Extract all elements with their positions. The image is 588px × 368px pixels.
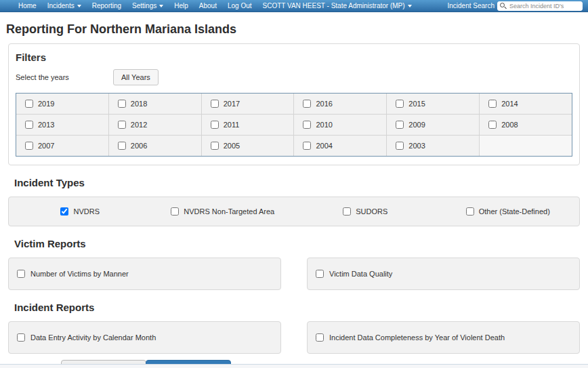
year-label: 2004 — [316, 142, 332, 150]
victim-report-label: Number of Victims by Manner — [30, 270, 129, 278]
year-option-2013[interactable]: 2013 — [16, 115, 108, 135]
year-label: 2008 — [501, 121, 518, 129]
year-label: 2016 — [316, 100, 332, 108]
victim-report-checkbox-number-of-victims-by-manner[interactable] — [17, 270, 25, 278]
incident-type-label: Other (State-Defined) — [479, 207, 550, 216]
year-label: 2015 — [408, 100, 425, 108]
year-checkbox-2003[interactable] — [396, 142, 404, 150]
incident-search-input[interactable] — [497, 1, 583, 11]
chevron-down-icon — [159, 5, 163, 7]
incident-type-checkbox-nvdrs[interactable] — [60, 207, 68, 216]
incident-type-nvdrs[interactable]: NVDRS — [9, 197, 152, 226]
filters-row: Select the years All Years — [16, 69, 572, 85]
select-years-label: Select the years — [16, 73, 113, 81]
incident-type-label: SUDORS — [356, 207, 387, 216]
year-checkbox-2015[interactable] — [396, 100, 404, 108]
victim-report-number-of-victims-by-manner[interactable]: Number of Victims by Manner — [8, 258, 281, 290]
year-checkbox-2009[interactable] — [396, 121, 404, 129]
chevron-down-icon — [77, 5, 81, 7]
incident-report-label: Incident Data Completeness by Year of Vi… — [329, 333, 505, 342]
year-label: 2011 — [224, 121, 240, 129]
year-option-2016[interactable]: 2016 — [294, 94, 386, 114]
year-label: 2014 — [501, 100, 518, 108]
victim-report-victim-data-quality[interactable]: Victim Data Quality — [307, 258, 580, 290]
year-cell-empty — [480, 136, 572, 156]
year-option-2019[interactable]: 2019 — [16, 94, 108, 114]
year-option-2010[interactable]: 2010 — [294, 115, 386, 135]
page-title: Reporting For Northern Mariana Islands — [6, 22, 588, 37]
incident-type-checkbox-other-state-defined[interactable] — [466, 207, 474, 216]
year-checkbox-2013[interactable] — [25, 121, 33, 129]
year-option-2005[interactable]: 2005 — [202, 136, 294, 156]
incident-type-label: NVDRS Non-Targeted Area — [184, 207, 274, 216]
incident-type-checkbox-sudors[interactable] — [343, 207, 351, 216]
incident-type-nvdrs-non-targeted-area[interactable]: NVDRS Non-Targeted Area — [152, 197, 295, 226]
year-checkbox-2010[interactable] — [303, 121, 311, 129]
incident-report-incident-data-completeness-by-year-of-violent-death[interactable]: Incident Data Completeness by Year of Vi… — [307, 321, 580, 354]
filters-panel: Filters Select the years All Years 20192… — [8, 43, 580, 165]
victim-reports-title: Victim Reports — [14, 238, 580, 249]
chevron-down-icon — [408, 5, 412, 7]
top-navbar: HomeIncidentsReportingSettingsHelpAboutL… — [0, 0, 588, 12]
year-option-2003[interactable]: 2003 — [387, 136, 479, 156]
incident-types-panel: NVDRSNVDRS Non-Targeted AreaSUDORSOther … — [8, 197, 580, 226]
nav-item-reporting[interactable]: Reporting — [87, 0, 127, 12]
victim-report-checkbox-victim-data-quality[interactable] — [316, 270, 324, 278]
all-years-button[interactable]: All Years — [113, 69, 159, 85]
incident-reports-title: Incident Reports — [14, 302, 580, 313]
year-checkbox-2004[interactable] — [303, 142, 311, 150]
year-label: 2018 — [131, 100, 147, 108]
filters-title: Filters — [16, 52, 572, 63]
year-checkbox-2019[interactable] — [25, 100, 33, 108]
year-option-2014[interactable]: 2014 — [480, 94, 572, 114]
year-checkbox-2011[interactable] — [211, 121, 219, 129]
navbar-search-area: Incident Search — [448, 1, 583, 11]
incident-reports-row: Data Entry Activity by Calendar MonthInc… — [8, 321, 580, 354]
search-icon — [500, 3, 505, 7]
incident-type-checkbox-nvdrs-non-targeted-area[interactable] — [171, 207, 179, 216]
year-label: 2003 — [408, 142, 425, 150]
year-option-2007[interactable]: 2007 — [16, 136, 108, 156]
year-checkbox-2008[interactable] — [488, 121, 497, 129]
year-option-2009[interactable]: 2009 — [387, 115, 479, 135]
incident-types-title: Incident Types — [14, 177, 580, 188]
nav-item-help[interactable]: Help — [169, 0, 194, 12]
nav-item-log-out[interactable]: Log Out — [222, 0, 257, 12]
nav-item-about[interactable]: About — [194, 0, 222, 12]
incident-type-sudors[interactable]: SUDORS — [294, 197, 437, 226]
year-label: 2007 — [38, 142, 54, 150]
main-content: Filters Select the years All Years 20192… — [0, 43, 588, 368]
year-option-2011[interactable]: 2011 — [202, 115, 294, 135]
year-checkbox-2016[interactable] — [303, 100, 311, 108]
year-label: 2006 — [131, 142, 147, 150]
year-label: 2010 — [316, 121, 332, 129]
year-checkbox-2007[interactable] — [25, 142, 33, 150]
year-option-2012[interactable]: 2012 — [109, 115, 201, 135]
nav-item-home[interactable]: Home — [13, 0, 42, 12]
nav-item-incidents[interactable]: Incidents — [42, 0, 87, 12]
year-option-2008[interactable]: 2008 — [480, 115, 572, 135]
year-label: 2009 — [408, 121, 425, 129]
year-checkbox-2006[interactable] — [118, 142, 126, 150]
year-checkbox-2005[interactable] — [211, 142, 219, 150]
incident-type-other-state-defined[interactable]: Other (State-Defined) — [437, 197, 580, 226]
year-option-2004[interactable]: 2004 — [294, 136, 386, 156]
year-label: 2019 — [38, 100, 54, 108]
year-label: 2005 — [224, 142, 240, 150]
nav-item-settings[interactable]: Settings — [127, 0, 169, 12]
victim-reports-row: Number of Victims by MannerVictim Data Q… — [8, 258, 580, 290]
year-option-2006[interactable]: 2006 — [109, 136, 201, 156]
year-label: 2012 — [131, 121, 147, 129]
incident-report-checkbox-incident-data-completeness-by-year-of-violent-death[interactable] — [316, 333, 324, 342]
year-checkbox-2018[interactable] — [118, 100, 126, 108]
year-label: 2013 — [38, 121, 54, 129]
year-option-2018[interactable]: 2018 — [109, 94, 201, 114]
incident-report-data-entry-activity-by-calendar-month[interactable]: Data Entry Activity by Calendar Month — [8, 321, 281, 354]
year-checkbox-2014[interactable] — [488, 100, 497, 108]
nav-item-scott-van-heest-state-administrator-mp[interactable]: SCOTT VAN HEEST - State Administrator (M… — [257, 0, 417, 12]
year-option-2017[interactable]: 2017 — [202, 94, 294, 114]
incident-report-checkbox-data-entry-activity-by-calendar-month[interactable] — [17, 333, 25, 342]
year-option-2015[interactable]: 2015 — [387, 94, 479, 114]
year-checkbox-2012[interactable] — [118, 121, 126, 129]
year-checkbox-2017[interactable] — [211, 100, 219, 108]
